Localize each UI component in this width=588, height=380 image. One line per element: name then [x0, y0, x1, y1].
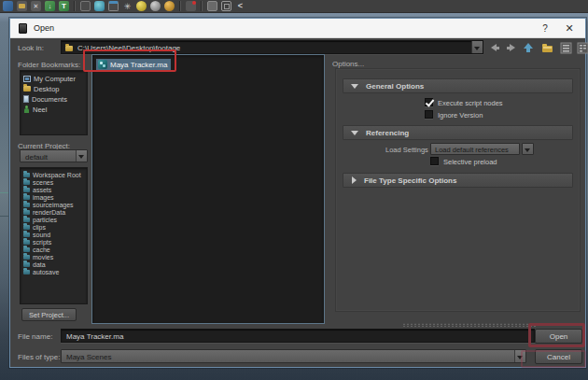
load-settings-dropdown[interactable]: Load default references: [430, 143, 520, 155]
project-folder-item[interactable]: images: [21, 193, 87, 201]
bookmark-item[interactable]: Neel: [21, 105, 87, 114]
options-label: Options...: [332, 60, 364, 68]
dialog-icon: [19, 23, 27, 34]
open-dialog: Open ? ✕ Look in: C:\Users\Neel\Desktop\…: [9, 18, 586, 368]
current-project-dropdown[interactable]: default: [20, 149, 88, 162]
dialog-title: Open: [34, 23, 54, 33]
load-settings-value: Load default references: [435, 146, 509, 154]
referencing-header[interactable]: Referencing: [343, 125, 573, 140]
project-folder-icon: [23, 247, 30, 252]
open-button[interactable]: Open: [535, 329, 582, 344]
files-of-type-label: Files of type:: [18, 353, 60, 361]
list-view-button[interactable]: [560, 41, 573, 53]
snap-to-curve-icon[interactable]: [94, 1, 105, 11]
selective-preload-label: Selective preload: [443, 158, 497, 166]
make-live-yellow-icon[interactable]: [136, 1, 147, 11]
execute-script-nodes-checkbox[interactable]: [425, 98, 433, 106]
file-list-panel[interactable]: Maya Tracker.ma: [91, 54, 325, 324]
separator[interactable]: [179, 1, 181, 11]
project-folder-item[interactable]: movies: [21, 253, 87, 260]
make-live-gray-icon[interactable]: [150, 1, 161, 11]
general-options-header[interactable]: General Options: [343, 78, 573, 93]
create-new-folder-button[interactable]: [541, 41, 554, 53]
project-folder-icon: [23, 255, 30, 260]
input-connections-icon[interactable]: [186, 1, 196, 11]
execute-script-nodes-label: Execute script nodes: [438, 99, 503, 107]
share-icon[interactable]: [235, 1, 245, 11]
undo-icon[interactable]: [45, 1, 55, 11]
look-in-label: Look in:: [18, 44, 44, 52]
file-name-value: Maya Tracker.ma: [66, 332, 123, 341]
project-folder-item[interactable]: renderData: [21, 208, 87, 216]
project-folder-item[interactable]: cache: [21, 246, 87, 253]
bookmark-item[interactable]: Documents: [21, 94, 87, 104]
forward-button[interactable]: [505, 41, 518, 53]
viewport-grid-line: [0, 216, 8, 217]
snap-to-projected-center-icon[interactable]: [122, 1, 133, 11]
project-folder-item[interactable]: sound: [21, 231, 87, 238]
project-folder-item[interactable]: autosave: [21, 268, 87, 275]
files-of-type-dropdown[interactable]: Maya Scenes: [61, 349, 526, 363]
redo-icon[interactable]: [59, 1, 69, 11]
back-button[interactable]: [488, 41, 501, 53]
project-folder-icon: [23, 203, 30, 207]
collapse-arrow-icon: [351, 84, 358, 89]
file-name-input[interactable]: Maya Tracker.ma: [61, 329, 535, 343]
separator[interactable]: [74, 1, 76, 11]
project-folder-item[interactable]: sourceimages: [21, 201, 87, 208]
collapse-arrow-icon: [351, 131, 358, 135]
splitter-handle[interactable]: [402, 323, 538, 327]
open-scene-icon[interactable]: [17, 1, 27, 11]
project-folder-item[interactable]: particles: [21, 216, 87, 223]
separator[interactable]: [201, 1, 203, 11]
load-settings-dropdown-button[interactable]: [522, 143, 534, 155]
project-folder-item[interactable]: assets: [21, 186, 87, 193]
project-folder-item[interactable]: clips: [21, 223, 87, 231]
expand-arrow-icon: [352, 176, 357, 184]
ignore-version-checkbox[interactable]: [425, 110, 433, 119]
path-dropdown-button[interactable]: [471, 41, 483, 53]
file-name-label: File name:: [18, 332, 52, 341]
file-type-specific-options-header[interactable]: File Type Specific Options: [343, 173, 573, 188]
project-folder-icon: [23, 270, 30, 274]
construction-history-icon[interactable]: [207, 1, 217, 11]
project-folders-list[interactable]: Workspace Root scenes assets images: [20, 167, 88, 304]
project-folder-item[interactable]: scenes: [21, 178, 87, 186]
project-folder-icon: [23, 218, 30, 222]
project-folder-icon: [23, 188, 30, 192]
save-scene-icon[interactable]: [31, 1, 41, 11]
files-of-type-value: Maya Scenes: [66, 353, 111, 361]
project-folder-icon: [23, 225, 30, 230]
desktop-folder-icon: [23, 86, 31, 91]
project-folder-item[interactable]: scripts: [21, 238, 87, 246]
dialog-titlebar[interactable]: Open ? ✕: [10, 19, 585, 38]
selective-preload-checkbox[interactable]: [430, 157, 439, 165]
maya-file-icon: [98, 60, 107, 69]
detail-view-button[interactable]: [577, 41, 588, 53]
project-folder-icon: [23, 232, 30, 237]
new-scene-icon[interactable]: [3, 1, 13, 11]
close-button[interactable]: ✕: [555, 19, 583, 38]
cancel-button[interactable]: Cancel: [535, 349, 582, 364]
bookmark-item[interactable]: My Computer: [21, 74, 87, 83]
bookmark-item[interactable]: Desktop: [21, 84, 87, 93]
project-folder-icon: [23, 240, 30, 245]
make-live-orange-icon[interactable]: [164, 1, 175, 11]
project-folder-icon: [23, 210, 30, 215]
open-render-view-icon[interactable]: [221, 1, 231, 11]
path-combobox[interactable]: C:\Users\Neel\Desktop\footage: [61, 40, 483, 54]
project-folder-item[interactable]: Workspace Root: [21, 171, 87, 178]
project-folder-icon: [23, 180, 30, 185]
folder-bookmarks-list[interactable]: My Computer Desktop Documents Neel: [20, 70, 88, 135]
up-one-level-button[interactable]: [522, 41, 535, 53]
snap-to-grid-icon[interactable]: [80, 1, 91, 11]
user-icon: [23, 106, 30, 113]
file-item-selected[interactable]: Maya Tracker.ma: [96, 59, 171, 70]
snap-to-point-icon[interactable]: [108, 1, 119, 11]
maya-status-line: [0, 0, 588, 13]
documents-icon: [23, 95, 29, 103]
project-folder-icon: [23, 262, 30, 267]
set-project-button[interactable]: Set Project...: [21, 308, 77, 321]
my-computer-icon: [23, 76, 31, 82]
project-folder-item[interactable]: data: [21, 260, 87, 268]
